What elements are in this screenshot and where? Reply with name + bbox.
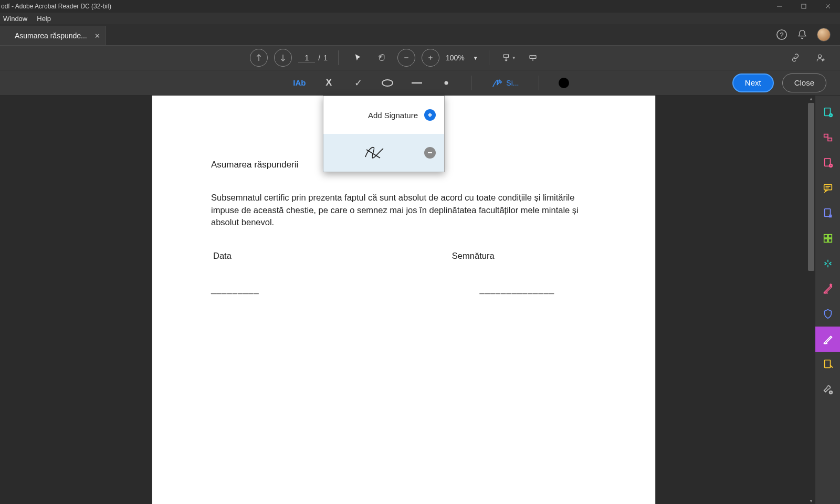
- scroll-down-icon[interactable]: ▼: [807, 498, 815, 504]
- menu-window[interactable]: Window: [3, 15, 27, 23]
- hand-tool-icon[interactable]: [373, 49, 391, 67]
- tab-bar: Asumarea răspunde... ✕ ?: [0, 24, 840, 45]
- add-signature-label: Add Signature: [368, 111, 418, 120]
- saved-signature-row[interactable]: [323, 134, 444, 172]
- svg-rect-35: [828, 239, 831, 242]
- help-icon[interactable]: ?: [776, 29, 788, 40]
- svg-point-13: [534, 57, 535, 58]
- add-x-tool[interactable]: X: [320, 74, 338, 92]
- svg-point-12: [532, 57, 533, 58]
- doc-body: Subsemnatul certific prin prezenta faptu…: [211, 192, 596, 229]
- svg-rect-9: [503, 55, 508, 57]
- send-for-signature-tool[interactable]: [815, 352, 841, 377]
- read-mode-icon[interactable]: [524, 49, 542, 67]
- fill-sign-tool[interactable]: [815, 327, 841, 352]
- date-line: _________: [211, 284, 259, 296]
- page-down-button[interactable]: [274, 49, 292, 67]
- organize-pages-tool[interactable]: [815, 226, 841, 251]
- add-circle-tool[interactable]: [379, 74, 396, 92]
- svg-rect-37: [824, 360, 830, 368]
- svg-rect-33: [828, 235, 831, 238]
- tools-sidebar: + + +: [815, 96, 840, 504]
- scroll-up-icon[interactable]: ▲: [807, 96, 815, 102]
- add-signature-row[interactable]: Add Signature: [323, 96, 444, 134]
- svg-point-19: [445, 81, 448, 85]
- fill-sign-toolbar: IAb X ✓ Si... Next Close: [0, 70, 840, 96]
- signature-preview-icon: [332, 143, 418, 162]
- color-dot-icon: [559, 78, 569, 88]
- share-person-icon[interactable]: +: [812, 49, 830, 67]
- compress-pdf-tool[interactable]: [815, 251, 841, 276]
- svg-point-14: [818, 55, 822, 58]
- chevron-down-icon: ▼: [473, 55, 478, 61]
- create-pdf-tool[interactable]: +: [815, 100, 841, 125]
- close-tab-icon[interactable]: ✕: [94, 32, 100, 40]
- svg-rect-28: [824, 185, 832, 190]
- signature-line: ______________: [480, 284, 554, 296]
- svg-rect-34: [824, 239, 827, 242]
- more-tools-tool[interactable]: +: [815, 377, 841, 402]
- separator: [489, 50, 489, 65]
- page-separator: /: [318, 54, 320, 62]
- add-line-tool[interactable]: [408, 74, 426, 92]
- page-total: 1: [323, 54, 328, 62]
- separator: [338, 50, 339, 65]
- edit-pdf-tool[interactable]: +: [815, 150, 841, 175]
- svg-rect-24: [828, 138, 832, 141]
- svg-text:+: +: [830, 113, 832, 117]
- signature-label: Semnătura: [452, 250, 495, 262]
- add-dot-tool[interactable]: [437, 74, 455, 92]
- plus-icon: [424, 109, 436, 121]
- separator: [471, 76, 471, 90]
- window-title: odf - Adobe Acrobat Reader DC (32-bit): [1, 3, 768, 10]
- sign-button-label: Si...: [506, 79, 519, 87]
- svg-text:+: +: [830, 391, 832, 394]
- profile-avatar[interactable]: [817, 28, 831, 41]
- add-check-tool[interactable]: ✓: [349, 74, 367, 92]
- share-link-icon[interactable]: [786, 49, 804, 67]
- maximize-button[interactable]: [792, 0, 816, 13]
- comment-tool[interactable]: [815, 175, 841, 201]
- svg-point-11: [531, 57, 532, 58]
- menu-help[interactable]: Help: [37, 15, 51, 23]
- minimize-button[interactable]: [768, 0, 792, 13]
- minus-icon[interactable]: [424, 147, 436, 159]
- color-picker[interactable]: [555, 74, 573, 92]
- zoom-in-button[interactable]: [422, 49, 439, 67]
- combine-files-tool[interactable]: [815, 125, 841, 150]
- add-text-tool[interactable]: IAb: [290, 74, 308, 92]
- svg-point-17: [382, 80, 393, 86]
- separator: [539, 76, 539, 90]
- main-toolbar: / 1 100% ▼ ▼ +: [0, 45, 840, 70]
- vertical-scrollbar[interactable]: ▲ ▼: [807, 96, 815, 504]
- title-bar: odf - Adobe Acrobat Reader DC (32-bit): [0, 0, 840, 13]
- page-current-input[interactable]: [298, 53, 315, 63]
- bell-icon[interactable]: [797, 29, 807, 40]
- redact-tool[interactable]: [815, 276, 841, 301]
- svg-text:+: +: [823, 59, 824, 61]
- date-label: Data: [213, 250, 232, 262]
- scrollbar-thumb[interactable]: [808, 103, 814, 271]
- close-button[interactable]: Close: [782, 74, 826, 92]
- fit-width-icon[interactable]: ▼: [500, 49, 518, 67]
- next-button[interactable]: Next: [732, 74, 774, 92]
- sign-button[interactable]: Si...: [487, 75, 523, 91]
- zoom-level[interactable]: 100% ▼: [446, 54, 478, 62]
- protect-tool[interactable]: [815, 301, 841, 327]
- document-tab-label: Asumarea răspunde...: [15, 32, 87, 40]
- selection-tool-icon[interactable]: [349, 49, 367, 67]
- export-pdf-tool[interactable]: [815, 201, 841, 226]
- document-tab[interactable]: Asumarea răspunde... ✕: [0, 26, 106, 45]
- svg-rect-1: [802, 4, 806, 8]
- svg-rect-32: [824, 235, 827, 238]
- signature-popup: Add Signature: [323, 96, 445, 172]
- close-window-button[interactable]: [816, 0, 840, 13]
- svg-text:+: +: [830, 164, 832, 167]
- page-indicator: / 1: [298, 53, 328, 63]
- menu-bar: Window Help: [0, 13, 840, 24]
- zoom-value: 100%: [446, 54, 465, 62]
- zoom-out-button[interactable]: [397, 49, 415, 67]
- svg-text:?: ?: [780, 31, 783, 39]
- svg-rect-23: [824, 134, 827, 138]
- page-up-button[interactable]: [250, 49, 268, 67]
